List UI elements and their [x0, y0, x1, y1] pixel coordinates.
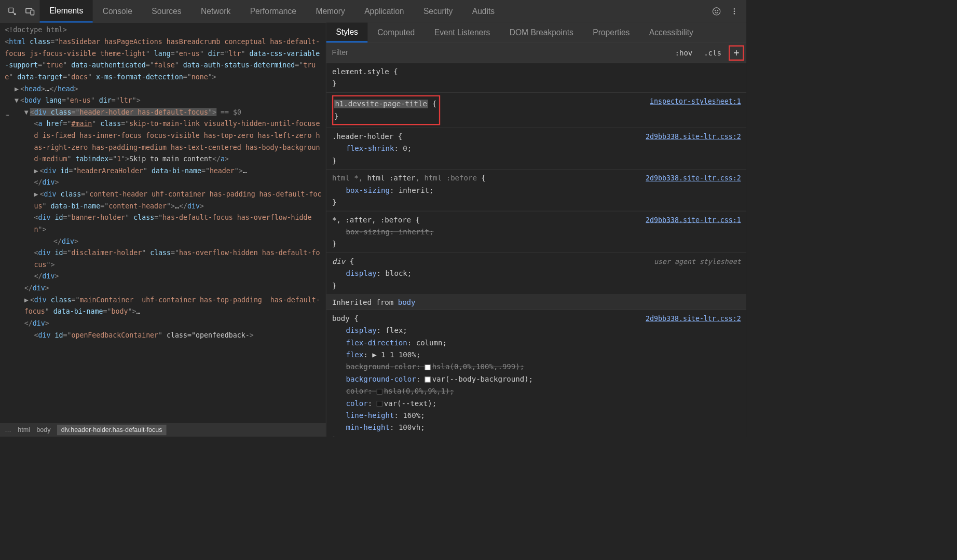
devtools-toolbar: ElementsConsoleSourcesNetworkPerformance… [0, 0, 746, 23]
tab-application[interactable]: Application [354, 0, 414, 22]
tab-audits[interactable]: Audits [462, 0, 504, 22]
tab-network[interactable]: Network [191, 0, 240, 22]
tab-elements[interactable]: Elements [39, 0, 92, 22]
styles-body[interactable]: element.style {}inspector-stylesheet:1h1… [326, 63, 747, 437]
dom-node[interactable]: <div id="disclaimer-holder" class="has-o… [5, 247, 322, 271]
dom-node[interactable]: </div> [5, 282, 322, 294]
stylesheet-link[interactable]: user agent stylesheet [654, 255, 741, 267]
style-rule[interactable]: user agent stylesheetdiv {display: block… [326, 253, 747, 294]
tab-security[interactable]: Security [414, 0, 462, 22]
style-rule[interactable]: element.style {} [326, 63, 747, 93]
dom-node[interactable]: </div> [5, 177, 322, 189]
dom-node[interactable]: ▶<head>…</head> [5, 83, 322, 95]
dom-node[interactable]: <html class="hasSidebar hasPageActions h… [5, 36, 322, 82]
stylesheet-link[interactable]: 2d9bb338.site-ltr.css:2 [646, 130, 741, 142]
dom-node[interactable]: ▶<div class="mainContainer uhf-container… [5, 294, 322, 317]
svg-rect-2 [31, 10, 34, 15]
breadcrumb: …htmlbodydiv.header-holder.has-default-f… [0, 423, 326, 437]
filter-bar: :hov .cls + [326, 43, 747, 63]
content-split: <!doctype html><html class="hasSidebar h… [0, 23, 746, 437]
cls-toggle[interactable]: .cls [698, 47, 727, 59]
svg-point-5 [718, 10, 718, 10]
breadcrumb-item[interactable]: body [36, 426, 50, 433]
style-rule[interactable]: 2d9bb338.site-ltr.css:2.header-holder {f… [326, 128, 747, 169]
svg-point-8 [734, 13, 735, 15]
stylesheet-link[interactable]: 2d9bb338.site-ltr.css:2 [646, 312, 741, 324]
elements-panel: <!doctype html><html class="hasSidebar h… [0, 23, 326, 437]
dom-node[interactable]: <!doctype html> [5, 24, 322, 36]
styles-panel: StylesComputedEvent ListenersDOM Breakpo… [326, 23, 747, 437]
dom-node[interactable]: ▼<div class="header-holder has-default-f… [5, 106, 322, 118]
dom-node[interactable]: ▶<div id="headerAreaHolder" data-bi-name… [5, 165, 322, 177]
breadcrumb-item[interactable]: div.header-holder.has-default-focus [57, 425, 166, 435]
dom-node[interactable]: <div id="openFeedbackContainer" class="o… [5, 329, 322, 341]
dom-node[interactable]: ▼<body lang="en-us" dir="ltr"> [5, 95, 322, 107]
stylesheet-link[interactable]: inspector-stylesheet:1 [650, 95, 741, 107]
svg-point-6 [734, 8, 735, 10]
breadcrumb-item[interactable]: html [18, 426, 30, 433]
inherited-header: Inherited from body [326, 295, 747, 310]
subtab-dom-breakpoints[interactable]: DOM Breakpoints [500, 23, 583, 43]
main-tabs: ElementsConsoleSourcesNetworkPerformance… [39, 0, 504, 22]
more-icon[interactable] [726, 3, 742, 19]
smiley-icon[interactable] [708, 3, 724, 19]
dom-node[interactable]: </div> [5, 235, 322, 247]
dom-node[interactable]: </div> [5, 317, 322, 329]
dom-node[interactable]: </div> [5, 271, 322, 283]
svg-point-3 [713, 7, 720, 15]
style-rule[interactable]: 2d9bb338.site-ltr.css:1*, :after, :befor… [326, 211, 747, 253]
subtab-event-listeners[interactable]: Event Listeners [425, 23, 500, 43]
subtab-styles[interactable]: Styles [326, 23, 368, 43]
dom-node[interactable]: <div id="banner-holder" class="has-defau… [5, 212, 322, 235]
svg-point-7 [734, 10, 735, 12]
svg-point-4 [715, 10, 716, 10]
dom-node[interactable]: <a href="#main" class="skip-to-main-link… [5, 118, 322, 165]
dom-node[interactable]: ▶<div class="content-header uhf-containe… [5, 188, 322, 212]
tab-performance[interactable]: Performance [240, 0, 306, 22]
device-toggle-icon[interactable] [22, 3, 38, 19]
tab-sources[interactable]: Sources [142, 0, 192, 22]
inspect-icon[interactable] [4, 3, 20, 19]
dom-tree[interactable]: <!doctype html><html class="hasSidebar h… [0, 23, 326, 423]
styles-subtabs: StylesComputedEvent ListenersDOM Breakpo… [326, 23, 747, 43]
style-rule[interactable]: 2d9bb338.site-ltr.css:2body {display: fl… [326, 310, 747, 437]
filter-input[interactable] [332, 49, 669, 57]
subtab-properties[interactable]: Properties [583, 23, 640, 43]
style-rule[interactable]: inspector-stylesheet:1h1.devsite-page-ti… [326, 93, 747, 128]
new-style-rule-button[interactable]: + [729, 45, 744, 61]
stylesheet-link[interactable]: 2d9bb338.site-ltr.css:2 [646, 172, 741, 184]
tab-console[interactable]: Console [93, 0, 142, 22]
subtab-accessibility[interactable]: Accessibility [639, 23, 703, 43]
hov-toggle[interactable]: :hov [669, 47, 699, 59]
style-rule[interactable]: 2d9bb338.site-ltr.css:2html *, html :aft… [326, 170, 747, 211]
subtab-computed[interactable]: Computed [368, 23, 425, 43]
stylesheet-link[interactable]: 2d9bb338.site-ltr.css:1 [646, 214, 741, 226]
tab-memory[interactable]: Memory [306, 0, 355, 22]
